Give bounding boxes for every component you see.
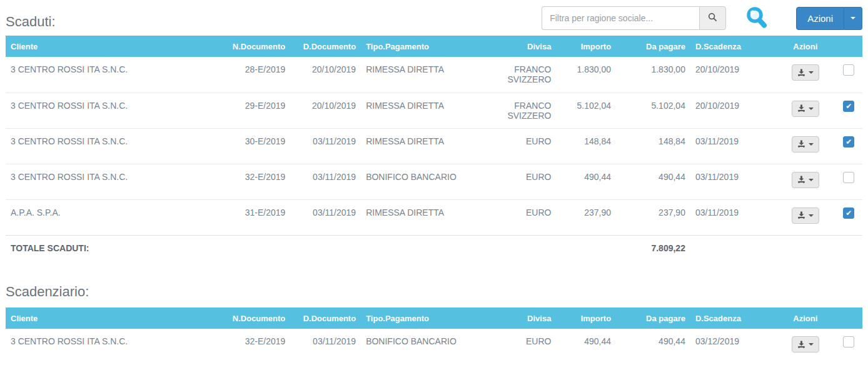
filter-input-group bbox=[542, 6, 726, 30]
row-checkbox[interactable] bbox=[843, 208, 854, 219]
cell-importo: 148,84 bbox=[556, 128, 616, 164]
cell-cliente: 3 CENTRO ROSSI ITA S.N.C. bbox=[6, 57, 220, 92]
cell-dscadenza: 20/10/2019 bbox=[690, 57, 775, 92]
scaduti-total-row: TOTALE SCADUTI: 7.809,22 bbox=[6, 235, 862, 261]
cell-importo: 490,44 bbox=[556, 329, 616, 364]
azioni-split-button: Azioni bbox=[796, 7, 862, 30]
col-header-checkbox bbox=[835, 308, 862, 329]
cell-dapagare: 5.102,04 bbox=[616, 92, 690, 128]
cell-importo: 5.102,04 bbox=[556, 92, 616, 128]
col-header-azioni: Azioni bbox=[775, 308, 835, 329]
cell-ddocumento: 03/11/2019 bbox=[290, 329, 361, 364]
cell-tipopagamento: BONIFICO BANCARIO bbox=[361, 164, 487, 199]
azioni-dropdown-toggle[interactable] bbox=[844, 7, 862, 30]
row-download-dropdown-button[interactable] bbox=[792, 208, 819, 224]
row-download-dropdown-button[interactable] bbox=[792, 336, 819, 352]
cell-tipopagamento: RIMESSA DIRETTA bbox=[361, 92, 487, 128]
col-header-dscadenza: D.Scadenza bbox=[690, 36, 775, 57]
caret-down-icon bbox=[809, 71, 814, 74]
cell-importo: 1.830,00 bbox=[556, 57, 616, 92]
cell-dapagare: 1.830,00 bbox=[616, 57, 690, 92]
col-header-importo: Importo bbox=[556, 308, 616, 329]
cell-divisa: EURO bbox=[487, 329, 557, 364]
table-row: A.P.A. S.P.A. 31-E/2019 03/11/2019 RIMES… bbox=[6, 199, 862, 235]
download-icon bbox=[797, 140, 805, 148]
cell-dscadenza: 03/11/2019 bbox=[690, 199, 775, 235]
cell-tipopagamento: BONIFICO BANCARIO bbox=[361, 329, 487, 364]
cell-dscadenza: 03/12/2019 bbox=[690, 329, 775, 364]
row-checkbox[interactable] bbox=[843, 336, 854, 348]
scadenziario-table: Cliente N.Documento D.Documento Tipo.Pag… bbox=[6, 308, 862, 364]
total-value: 7.809,22 bbox=[616, 235, 690, 261]
download-icon bbox=[797, 176, 805, 184]
cell-ddocumento: 03/11/2019 bbox=[290, 128, 361, 164]
scadenziario-section-title: Scadenziario: bbox=[6, 284, 862, 300]
scaduti-header-row: Cliente N.Documento D.Documento Tipo.Pag… bbox=[6, 36, 862, 57]
cell-ndocumento: 29-E/2019 bbox=[220, 92, 291, 128]
download-icon bbox=[797, 211, 805, 219]
col-header-checkbox bbox=[835, 36, 862, 57]
cell-dapagare: 490,44 bbox=[616, 164, 690, 199]
cell-dscadenza: 03/11/2019 bbox=[690, 164, 775, 199]
caret-down-icon bbox=[809, 143, 814, 146]
filter-search-button[interactable] bbox=[699, 6, 726, 30]
cell-divisa: EURO bbox=[487, 128, 557, 164]
cell-dapagare: 148,84 bbox=[616, 128, 690, 164]
col-header-dscadenza: D.Scadenza bbox=[690, 308, 775, 329]
filter-input[interactable] bbox=[542, 6, 699, 30]
download-icon bbox=[797, 341, 805, 349]
topbar: Scaduti: Az bbox=[6, 0, 862, 36]
table-row: 3 CENTRO ROSSI ITA S.N.C. 32-E/2019 03/1… bbox=[6, 329, 862, 364]
cell-divisa: EURO bbox=[487, 199, 557, 235]
col-header-ddocumento: D.Documento bbox=[290, 36, 361, 57]
cell-dscadenza: 20/10/2019 bbox=[690, 92, 775, 128]
total-label: TOTALE SCADUTI: bbox=[6, 235, 616, 261]
table-row: 3 CENTRO ROSSI ITA S.N.C. 29-E/2019 20/1… bbox=[6, 92, 862, 128]
table-row: 3 CENTRO ROSSI ITA S.N.C. 32-E/2019 03/1… bbox=[6, 164, 862, 199]
cell-tipopagamento: RIMESSA DIRETTA bbox=[361, 128, 487, 164]
col-header-ndocumento: N.Documento bbox=[220, 308, 291, 329]
cell-ndocumento: 32-E/2019 bbox=[220, 329, 291, 364]
cell-ndocumento: 31-E/2019 bbox=[220, 199, 291, 235]
cell-cliente: 3 CENTRO ROSSI ITA S.N.C. bbox=[6, 329, 220, 364]
cell-tipopagamento: RIMESSA DIRETTA bbox=[361, 57, 487, 92]
download-icon bbox=[797, 69, 805, 77]
blue-magnifier-icon[interactable] bbox=[745, 6, 769, 31]
row-download-dropdown-button[interactable] bbox=[792, 136, 819, 152]
magnifier-icon bbox=[708, 12, 717, 24]
download-icon bbox=[797, 104, 805, 112]
col-header-ndocumento: N.Documento bbox=[220, 36, 291, 57]
cell-divisa: EURO bbox=[487, 164, 557, 199]
scaduti-table: Cliente N.Documento D.Documento Tipo.Pag… bbox=[6, 36, 862, 261]
col-header-ddocumento: D.Documento bbox=[290, 308, 361, 329]
cell-dapagare: 237,90 bbox=[616, 199, 690, 235]
col-header-divisa: Divisa bbox=[487, 36, 557, 57]
row-checkbox[interactable] bbox=[843, 64, 854, 76]
col-header-azioni: Azioni bbox=[775, 36, 835, 57]
table-row: 3 CENTRO ROSSI ITA S.N.C. 28-E/2019 20/1… bbox=[6, 57, 862, 92]
cell-ddocumento: 20/10/2019 bbox=[290, 92, 361, 128]
scaduti-section-title: Scaduti: bbox=[6, 14, 56, 30]
caret-down-icon bbox=[809, 343, 814, 346]
cell-divisa: FRANCO SVIZZERO bbox=[487, 92, 557, 128]
azioni-button[interactable]: Azioni bbox=[796, 7, 844, 30]
cell-ndocumento: 30-E/2019 bbox=[220, 128, 291, 164]
cell-tipopagamento: RIMESSA DIRETTA bbox=[361, 199, 487, 235]
row-download-dropdown-button[interactable] bbox=[792, 172, 819, 188]
cell-importo: 237,90 bbox=[556, 199, 616, 235]
cell-importo: 490,44 bbox=[556, 164, 616, 199]
row-checkbox[interactable] bbox=[843, 172, 854, 183]
cell-ddocumento: 20/10/2019 bbox=[290, 57, 361, 92]
cell-ddocumento: 03/11/2019 bbox=[290, 199, 361, 235]
col-header-divisa: Divisa bbox=[487, 308, 557, 329]
row-download-dropdown-button[interactable] bbox=[792, 101, 819, 117]
row-checkbox[interactable] bbox=[843, 101, 854, 112]
caret-down-icon bbox=[809, 108, 814, 110]
row-checkbox[interactable] bbox=[843, 136, 854, 148]
col-header-cliente: Cliente bbox=[6, 308, 220, 329]
cell-ndocumento: 32-E/2019 bbox=[220, 164, 291, 199]
cell-ndocumento: 28-E/2019 bbox=[220, 57, 291, 92]
row-download-dropdown-button[interactable] bbox=[792, 64, 819, 81]
cell-dapagare: 490,44 bbox=[616, 329, 690, 364]
caret-down-icon bbox=[850, 17, 855, 19]
